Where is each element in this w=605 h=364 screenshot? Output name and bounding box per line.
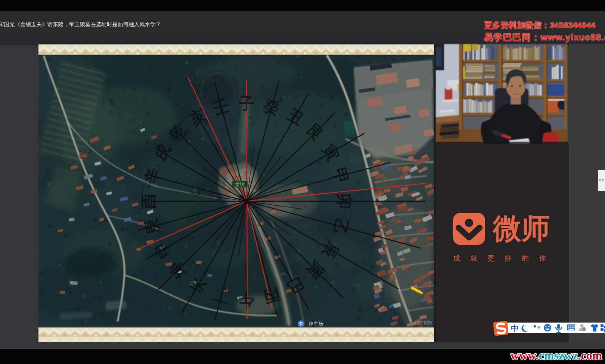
svg-text:孝陵: 孝陵 (235, 181, 245, 187)
svg-text:P: P (300, 321, 303, 327)
svg-text:卯: 卯 (335, 193, 353, 209)
svg-text:午: 午 (239, 290, 255, 308)
svg-text:停车场: 停车场 (309, 321, 323, 327)
svg-text:微师: 微师 (492, 212, 550, 244)
svg-text:地图数据: 地图数据 (415, 320, 432, 325)
svg-text:子: 子 (239, 94, 255, 112)
svg-text:酉: 酉 (140, 193, 158, 210)
svg-text:成就更好的你: 成就更好的你 (453, 254, 556, 262)
svg-text:中: 中 (511, 324, 519, 333)
